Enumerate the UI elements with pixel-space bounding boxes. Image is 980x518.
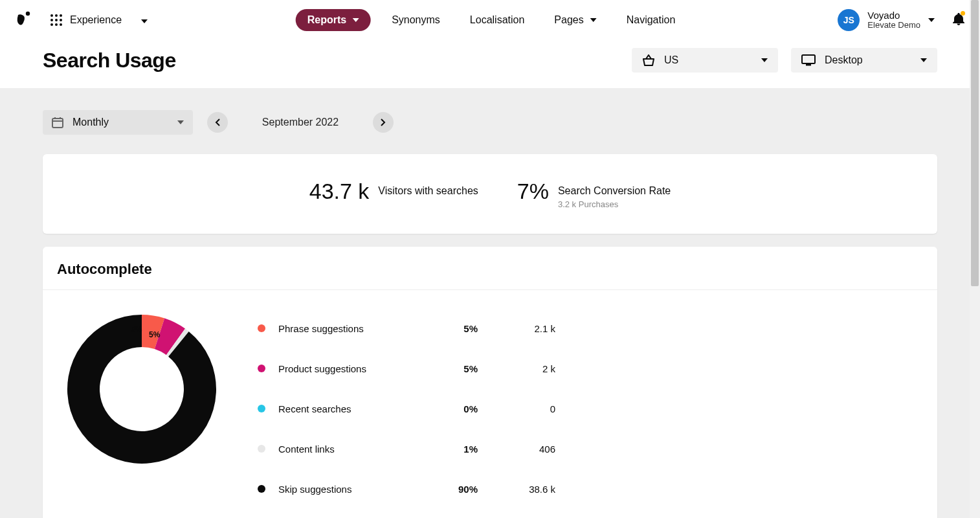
granularity-value: Monthly	[72, 117, 109, 128]
svg-point-0	[26, 12, 30, 16]
caret-down-icon	[590, 18, 597, 22]
caret-down-icon	[761, 58, 768, 62]
caret-down-icon	[353, 18, 359, 22]
sub-header: Search Usage US Desktop	[0, 40, 980, 88]
notifications-button[interactable]	[953, 12, 964, 28]
legend-row: Product suggestions5%2 k	[258, 348, 555, 388]
period-label: September 2022	[242, 117, 359, 128]
conversion-value: 7%	[517, 179, 549, 204]
main-nav: Reports Synonyms Localisation Pages Navi…	[296, 9, 685, 31]
caret-down-icon	[928, 18, 935, 22]
legend-count: 38.6 k	[478, 484, 555, 495]
chevron-right-icon	[381, 118, 386, 126]
account-sub: Elevate Demo	[867, 21, 920, 30]
nav-navigation-label: Navigation	[627, 14, 676, 26]
user-text: Voyado Elevate Demo	[867, 10, 920, 30]
period-row: Monthly September 2022	[43, 110, 937, 135]
legend-pct: 1%	[419, 444, 478, 455]
prev-period-button[interactable]	[207, 112, 228, 133]
filters: US Desktop	[632, 48, 937, 73]
nav-localisation[interactable]: Localisation	[461, 9, 534, 31]
legend-name: Recent searches	[278, 403, 419, 414]
conversion-sub: 3.2 k Purchases	[558, 199, 671, 209]
legend-count: 2.1 k	[478, 323, 555, 334]
legend-dot	[258, 365, 265, 372]
account-selector[interactable]: JS Voyado Elevate Demo	[838, 9, 935, 31]
nav-navigation[interactable]: Navigation	[618, 9, 685, 31]
svg-rect-1	[802, 55, 815, 63]
legend-pct: 90%	[419, 484, 478, 495]
autocomplete-card: Autocomplete 5% 5% Phrase suggestions5%2…	[43, 247, 937, 518]
experience-selector[interactable]: Experience	[50, 14, 148, 26]
basket-icon	[642, 54, 655, 66]
calendar-icon	[52, 117, 63, 128]
caret-down-icon	[177, 120, 184, 124]
legend-row: Content links1%406	[258, 429, 555, 469]
legend-dot	[258, 445, 265, 453]
legend-row: Skip suggestions90%38.6 k	[258, 469, 555, 509]
device-selector-value: Desktop	[825, 54, 863, 66]
svg-rect-3	[52, 118, 63, 128]
autocomplete-title: Autocomplete	[57, 261, 923, 278]
nav-reports-label: Reports	[307, 14, 346, 26]
brand-logo	[8, 5, 39, 36]
donut-slice-label-2: 5%	[149, 330, 160, 339]
legend-dot	[258, 485, 265, 493]
donut-slice-label-1: 5%	[131, 325, 142, 334]
legend-count: 406	[478, 444, 555, 455]
market-selector[interactable]: US	[632, 48, 778, 73]
legend-row: Recent searches0%0	[258, 388, 555, 429]
visitors-label: Visitors with searches	[378, 185, 478, 197]
autocomplete-legend: Phrase suggestions5%2.1 kProduct suggest…	[258, 308, 555, 509]
desktop-icon	[801, 54, 816, 66]
legend-row: Phrase suggestions5%2.1 k	[258, 308, 555, 348]
legend-name: Product suggestions	[278, 363, 419, 374]
nav-synonyms-label: Synonyms	[392, 14, 440, 26]
autocomplete-donut-chart: 5% 5%	[61, 308, 223, 470]
top-bar: Experience Reports Synonyms Localisation…	[0, 0, 980, 40]
granularity-selector[interactable]: Monthly	[43, 110, 193, 135]
next-period-button[interactable]	[373, 112, 394, 133]
legend-dot	[258, 324, 265, 332]
market-selector-value: US	[664, 54, 678, 66]
legend-pct: 5%	[419, 323, 478, 334]
nav-pages[interactable]: Pages	[545, 9, 605, 31]
notification-dot	[961, 11, 965, 16]
caret-down-icon	[920, 58, 927, 62]
scrollbar-thumb[interactable]	[971, 0, 979, 286]
legend-name: Skip suggestions	[278, 484, 419, 495]
scrollbar[interactable]	[970, 0, 980, 518]
workspace: Monthly September 2022 43.7 k Visitors w…	[0, 88, 980, 518]
visitors-value: 43.7 k	[309, 179, 370, 204]
nav-synonyms[interactable]: Synonyms	[383, 9, 449, 31]
nav-pages-label: Pages	[554, 14, 583, 26]
conversion-label: Search Conversion Rate	[558, 185, 671, 197]
svg-rect-2	[806, 64, 811, 66]
experience-label: Experience	[70, 14, 122, 26]
nav-right: JS Voyado Elevate Demo	[838, 9, 964, 31]
apps-grid-icon	[50, 14, 62, 26]
nav-localisation-label: Localisation	[470, 14, 525, 26]
page-title: Search Usage	[43, 49, 176, 73]
summary-card: 43.7 k Visitors with searches 7% Search …	[43, 154, 937, 234]
account-name: Voyado	[867, 10, 920, 21]
metric-visitors: 43.7 k Visitors with searches	[309, 179, 478, 209]
legend-name: Phrase suggestions	[278, 323, 419, 334]
legend-pct: 5%	[419, 363, 478, 374]
legend-count: 0	[478, 403, 555, 414]
legend-pct: 0%	[419, 403, 478, 414]
nav-reports[interactable]: Reports	[296, 9, 371, 31]
legend-count: 2 k	[478, 363, 555, 374]
legend-name: Content links	[278, 444, 419, 455]
legend-dot	[258, 405, 265, 412]
avatar: JS	[838, 9, 860, 31]
caret-down-icon	[141, 14, 148, 26]
metric-conversion: 7% Search Conversion Rate 3.2 k Purchase…	[517, 179, 671, 209]
chevron-left-icon	[215, 118, 220, 126]
device-selector[interactable]: Desktop	[791, 48, 937, 73]
